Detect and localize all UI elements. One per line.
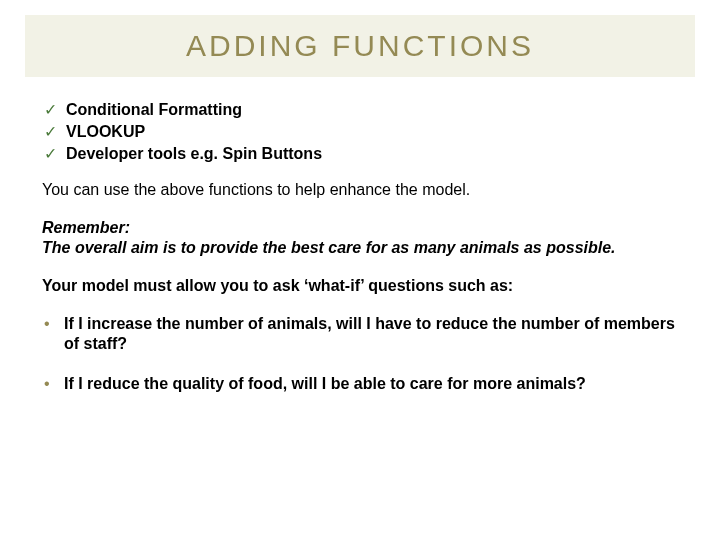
- bullet-item-label: If I increase the number of animals, wil…: [64, 315, 675, 352]
- check-item-label: Conditional Formatting: [66, 101, 242, 118]
- bullet-item: • If I reduce the quality of food, will …: [42, 374, 678, 394]
- check-item: ✓ VLOOKUP: [42, 122, 678, 142]
- bullet-item: • If I increase the number of animals, w…: [42, 314, 678, 354]
- title-band: ADDING FUNCTIONS: [24, 14, 696, 78]
- bullet-item-label: If I reduce the quality of food, will I …: [64, 375, 586, 392]
- remember-text: The overall aim is to provide the best c…: [42, 238, 678, 258]
- check-icon: ✓: [44, 144, 57, 164]
- check-item: ✓ Conditional Formatting: [42, 100, 678, 120]
- slide-title: ADDING FUNCTIONS: [186, 29, 534, 63]
- check-item-label: Developer tools e.g. Spin Buttons: [66, 145, 322, 162]
- intro-paragraph: You can use the above functions to help …: [42, 180, 678, 200]
- remember-block: Remember: The overall aim is to provide …: [42, 218, 678, 258]
- bullet-icon: •: [44, 374, 50, 394]
- slide-body: ✓ Conditional Formatting ✓ VLOOKUP ✓ Dev…: [42, 100, 678, 520]
- whatif-paragraph: Your model must allow you to ask ‘what-i…: [42, 276, 678, 296]
- check-icon: ✓: [44, 122, 57, 142]
- check-list: ✓ Conditional Formatting ✓ VLOOKUP ✓ Dev…: [42, 100, 678, 164]
- check-item-label: VLOOKUP: [66, 123, 145, 140]
- bullet-list: • If I increase the number of animals, w…: [42, 314, 678, 394]
- slide: ADDING FUNCTIONS ✓ Conditional Formattin…: [0, 0, 720, 540]
- check-icon: ✓: [44, 100, 57, 120]
- check-item: ✓ Developer tools e.g. Spin Buttons: [42, 144, 678, 164]
- bullet-icon: •: [44, 314, 50, 334]
- remember-label: Remember:: [42, 218, 678, 238]
